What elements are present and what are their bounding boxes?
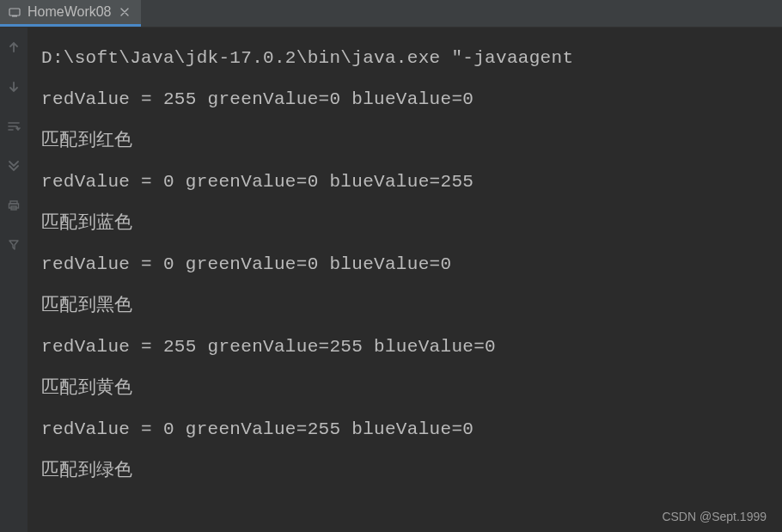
console-line: redValue = 255 greenValue=255 blueValue=… [41, 327, 782, 368]
svg-rect-0 [9, 9, 20, 15]
console-line: redValue = 0 greenValue=255 blueValue=0 [41, 409, 782, 450]
svg-rect-1 [12, 15, 17, 17]
console-line: redValue = 0 greenValue=0 blueValue=0 [41, 244, 782, 285]
console-line: 匹配到黄色 [41, 368, 782, 409]
gutter [0, 28, 27, 532]
console-line: 匹配到黑色 [41, 285, 782, 327]
watermark: CSDN @Sept.1999 [662, 510, 767, 523]
console-output[interactable]: D:\soft\Java\jdk-17.0.2\bin\java.exe "-j… [27, 28, 782, 532]
soft-wrap-icon[interactable] [6, 119, 21, 134]
tab-homework08[interactable]: HomeWork08 [0, 0, 141, 27]
console-line: redValue = 255 greenValue=0 blueValue=0 [41, 79, 782, 120]
down-arrow-icon[interactable] [6, 79, 21, 95]
filter-icon[interactable] [6, 237, 21, 253]
print-icon[interactable] [6, 198, 21, 213]
up-arrow-icon[interactable] [6, 40, 21, 55]
console-line: D:\soft\Java\jdk-17.0.2\bin\java.exe "-j… [41, 38, 782, 79]
tab-bar: HomeWork08 [0, 0, 782, 28]
scroll-end-icon[interactable] [6, 158, 21, 174]
console-line: 匹配到绿色 [41, 450, 782, 492]
console-line: redValue = 0 greenValue=0 blueValue=255 [41, 162, 782, 203]
console-line: 匹配到红色 [41, 120, 782, 162]
console-line: 匹配到蓝色 [41, 203, 782, 244]
main-area: D:\soft\Java\jdk-17.0.2\bin\java.exe "-j… [0, 28, 782, 532]
run-config-icon [9, 6, 21, 18]
tab-title: HomeWork08 [27, 4, 112, 20]
close-icon[interactable] [119, 6, 131, 18]
